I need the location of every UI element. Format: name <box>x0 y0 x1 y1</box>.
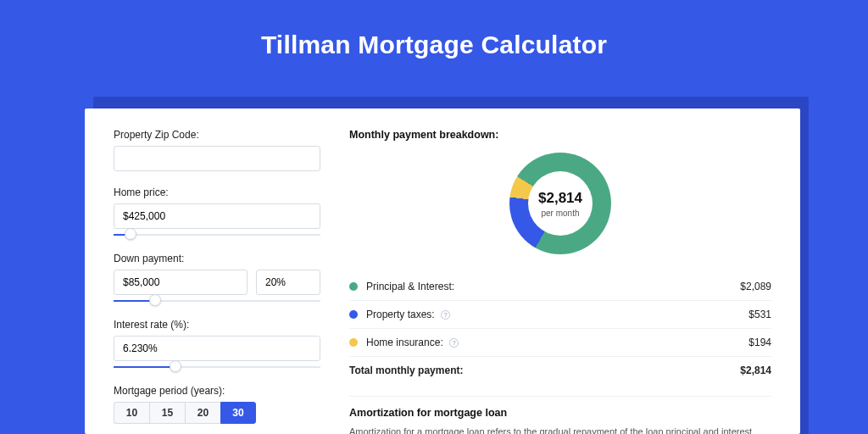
legend-name: Home insurance: ? <box>366 337 748 348</box>
info-icon[interactable]: ? <box>449 338 459 348</box>
legend-row: Home insurance: ?$194 <box>349 328 771 356</box>
home-price-input[interactable] <box>114 203 320 229</box>
home-price-slider[interactable] <box>114 231 320 237</box>
legend-total-value: $2,814 <box>740 364 771 376</box>
calculator-card: Property Zip Code: Home price: Down paym… <box>85 108 800 434</box>
legend-row: Principal & Interest:$2,089 <box>349 273 771 300</box>
down-payment-group: Down payment: <box>114 253 320 303</box>
summary-title: Monthly payment breakdown: <box>349 129 771 141</box>
interest-rate-slider[interactable] <box>114 363 320 370</box>
home-price-label: Home price: <box>114 186 320 198</box>
legend: Principal & Interest:$2,089Property taxe… <box>349 273 771 384</box>
interest-rate-group: Interest rate (%): <box>114 319 320 370</box>
legend-total-row: Total monthly payment:$2,814 <box>349 356 771 384</box>
legend-name: Principal & Interest: <box>366 281 740 292</box>
page-title: Tillman Mortgage Calculator <box>0 0 868 81</box>
period-button-20[interactable]: 20 <box>185 402 220 424</box>
down-payment-label: Down payment: <box>114 253 320 264</box>
down-payment-percent-input[interactable] <box>256 270 320 295</box>
donut-center: $2,814 per month <box>528 171 593 236</box>
legend-value: $531 <box>748 309 771 320</box>
zip-label: Property Zip Code: <box>114 129 320 141</box>
interest-rate-label: Interest rate (%): <box>114 319 320 331</box>
legend-value: $194 <box>748 337 771 348</box>
down-payment-amount-input[interactable] <box>114 270 248 295</box>
interest-rate-input[interactable] <box>114 336 320 361</box>
amortization-text: Amortization for a mortgage loan refers … <box>349 426 771 434</box>
down-payment-slider[interactable] <box>114 297 320 303</box>
legend-value: $2,089 <box>740 281 771 292</box>
legend-total-name: Total monthly payment: <box>349 364 740 376</box>
slider-thumb[interactable] <box>125 228 136 240</box>
mortgage-period-group: Mortgage period (years): 10152030 <box>114 385 320 424</box>
legend-swatch <box>349 310 358 319</box>
zip-input[interactable] <box>114 146 320 171</box>
info-icon[interactable]: ? <box>441 310 450 320</box>
slider-thumb[interactable] <box>170 360 181 372</box>
legend-row: Property taxes: ?$531 <box>349 300 771 328</box>
legend-name: Property taxes: ? <box>366 309 748 320</box>
zip-group: Property Zip Code: <box>114 129 320 171</box>
donut-amount: $2,814 <box>538 190 582 207</box>
summary-column: Monthly payment breakdown: $2,814 per mo… <box>349 129 771 434</box>
donut-chart-wrap: $2,814 per month <box>349 153 771 254</box>
mortgage-period-label: Mortgage period (years): <box>114 385 320 397</box>
amortization-section: Amortization for mortgage loan Amortizat… <box>349 396 771 434</box>
donut-sublabel: per month <box>541 209 579 218</box>
legend-swatch <box>349 282 358 291</box>
period-button-10[interactable]: 10 <box>114 402 149 424</box>
slider-thumb[interactable] <box>149 294 161 306</box>
legend-swatch <box>349 338 358 347</box>
inputs-column: Property Zip Code: Home price: Down paym… <box>114 129 320 434</box>
period-buttons: 10152030 <box>114 402 320 424</box>
home-price-group: Home price: <box>114 186 320 237</box>
donut-chart: $2,814 per month <box>509 153 611 254</box>
period-button-15[interactable]: 15 <box>149 402 185 424</box>
period-button-30[interactable]: 30 <box>220 402 256 424</box>
amortization-heading: Amortization for mortgage loan <box>349 407 771 419</box>
